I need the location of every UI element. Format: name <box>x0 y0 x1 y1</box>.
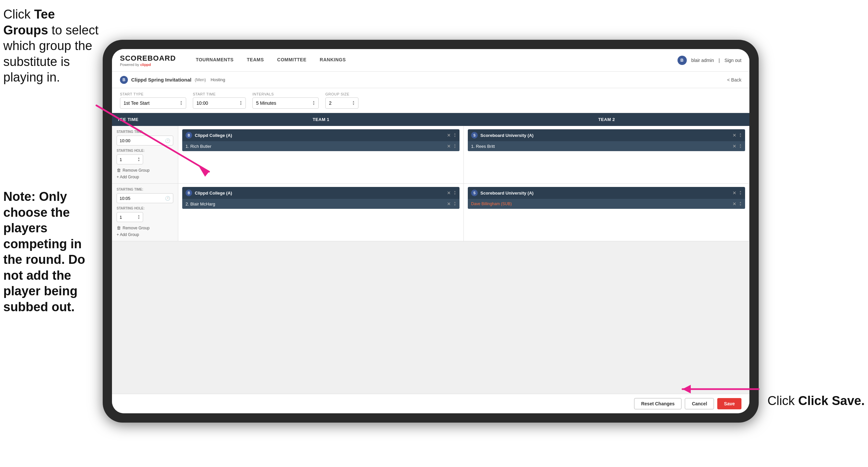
logo-powered: Powered by clippd <box>120 63 176 67</box>
team-name-2-1: Scoreboard University (A) <box>480 133 730 138</box>
logo-scoreboard: SCOREBOARD <box>120 54 176 63</box>
team1-cell-2: B Clippd College (A) ✕ ▲▼ 2. <box>178 184 464 241</box>
team-card-1-1[interactable]: B Clippd College (A) ✕ ▲▼ 1. <box>182 129 460 151</box>
add-group-btn-2[interactable]: + Add Group <box>117 232 173 237</box>
intervals-input[interactable]: 5 Minutes ▲▼ <box>252 97 319 109</box>
start-type-input[interactable]: 1st Tee Start ▲▼ <box>120 97 186 109</box>
breadcrumb-gender: (Men) <box>195 77 206 82</box>
nav-right: B blair admin | Sign out <box>678 56 742 65</box>
player-remove-x-1-2-1[interactable]: ✕ <box>447 201 451 206</box>
trash-icon-1: 🗑 <box>117 168 121 173</box>
player-card-2-1-1[interactable]: 1. Rees Britt ✕ ▲▼ <box>468 141 745 151</box>
starting-hole-label-1: STARTING HOLE: <box>117 149 173 152</box>
tee-time-cell-1: STARTING TIME: 10:00 🕐 STARTING HOLE: 1 … <box>112 126 178 183</box>
group-size-label: Group Size <box>326 92 359 96</box>
intervals-label: Intervals <box>252 92 319 96</box>
player-arrows-1-1-1[interactable]: ▲▼ <box>454 144 456 149</box>
start-type-value: 1st Tee Start <box>124 100 149 106</box>
tee-time-cell-2: STARTING TIME: 10:05 🕐 STARTING HOLE: 1 … <box>112 184 178 241</box>
team-remove-x-2-2[interactable]: ✕ <box>733 190 737 196</box>
start-time-input[interactable]: 10:00 ▲▼ <box>193 97 246 109</box>
team-card-actions-2-1: ✕ ▲▼ <box>733 133 742 138</box>
settings-row: Start Type 1st Tee Start ▲▼ Start Time 1… <box>112 88 749 113</box>
team-name-1-2: Clippd College (A) <box>195 191 444 196</box>
starting-hole-input-1[interactable]: 1 ▲▼ <box>117 154 143 165</box>
nav-teams[interactable]: TEAMS <box>240 49 271 71</box>
team-remove-x-2-1[interactable]: ✕ <box>733 133 737 138</box>
player-arrows-2-1-1[interactable]: ▲▼ <box>739 144 742 149</box>
nav-tournaments[interactable]: TOURNAMENTS <box>189 49 240 71</box>
starting-hole-input-2[interactable]: 1 ▲▼ <box>117 212 143 222</box>
starting-time-value-1: 10:00 <box>120 138 130 143</box>
start-time-stepper[interactable]: ▲▼ <box>240 100 242 106</box>
start-type-field: Start Type 1st Tee Start ▲▼ <box>120 92 186 109</box>
player-arrows-2-2-1[interactable]: ▲▼ <box>739 201 742 206</box>
hole-stepper-1[interactable]: ▲▼ <box>137 157 140 162</box>
team-card-header-1-1: B Clippd College (A) ✕ ▲▼ <box>182 129 460 141</box>
separator: | <box>719 58 720 63</box>
player-card-1-2-1[interactable]: 2. Blair McHarg ✕ ▲▼ <box>182 199 460 209</box>
add-group-btn-1[interactable]: + Add Group <box>117 175 173 179</box>
col-tee-time: Tee Time <box>112 113 178 126</box>
player-name-2-1-1: 1. Rees Britt <box>471 144 730 149</box>
team-remove-x-1-1[interactable]: ✕ <box>447 133 451 138</box>
team-badge-1-2: B <box>186 189 192 196</box>
nav-rankings[interactable]: RANKINGS <box>313 49 352 71</box>
save-button[interactable]: Save <box>717 398 741 409</box>
group-size-input[interactable]: 2 ▲▼ <box>326 97 359 109</box>
grid-area: STARTING TIME: 10:00 🕐 STARTING HOLE: 1 … <box>112 126 749 394</box>
team-remove-x-1-2[interactable]: ✕ <box>447 190 451 196</box>
starting-hole-label-2: STARTING HOLE: <box>117 206 173 210</box>
team-card-1-2[interactable]: B Clippd College (A) ✕ ▲▼ 2. <box>182 187 460 209</box>
remove-group-btn-2[interactable]: 🗑 Remove Group <box>117 225 173 230</box>
team-name-1-1: Clippd College (A) <box>195 133 444 138</box>
clock-icon-1: 🕐 <box>165 138 170 143</box>
remove-group-label-1: Remove Group <box>123 168 149 173</box>
start-time-value: 10:00 <box>196 100 208 106</box>
group-size-value: 2 <box>329 100 332 106</box>
col-team2: Team 2 <box>464 113 749 126</box>
player-card-2-2-1[interactable]: Dave Billingham (SUB) ✕ ▲▼ <box>468 199 745 209</box>
sign-out-link[interactable]: Sign out <box>724 58 741 63</box>
main-content: Start Type 1st Tee Start ▲▼ Start Time 1… <box>112 88 749 413</box>
player-remove-x-2-1-1[interactable]: ✕ <box>733 144 737 149</box>
team-card-header-2-1: S Scoreboard University (A) ✕ ▲▼ <box>468 129 745 141</box>
breadcrumb: B Clippd Spring Invitational (Men) Hosti… <box>120 76 225 84</box>
team-arrows-1-2[interactable]: ▲▼ <box>454 190 456 196</box>
start-time-label: Start Time <box>193 92 246 96</box>
tablet-screen: SCOREBOARD Powered by clippd TOURNAMENTS… <box>112 49 749 413</box>
hole-stepper-2[interactable]: ▲▼ <box>137 214 140 220</box>
player-card-1-1-1[interactable]: 1. Rich Butler ✕ ▲▼ <box>182 141 460 151</box>
column-headers: Tee Time Team 1 Team 2 <box>112 113 749 126</box>
tablet-frame: SCOREBOARD Powered by clippd TOURNAMENTS… <box>103 40 759 422</box>
team-card-2-1[interactable]: S Scoreboard University (A) ✕ ▲▼ <box>468 129 745 151</box>
intervals-value: 5 Minutes <box>256 100 276 106</box>
start-type-label: Start Type <box>120 92 186 96</box>
instruction-note: Note: Only choose the players competing … <box>3 189 101 315</box>
player-remove-x-2-2-1[interactable]: ✕ <box>733 201 737 206</box>
admin-avatar: B <box>678 56 687 65</box>
starting-time-label-1: STARTING TIME: <box>117 130 173 134</box>
cancel-button[interactable]: Cancel <box>685 398 714 409</box>
team-arrows-2-2[interactable]: ▲▼ <box>739 190 742 196</box>
nav-committee[interactable]: COMMITTEE <box>271 49 313 71</box>
group-size-stepper[interactable]: ▲▼ <box>352 100 355 106</box>
player-remove-x-1-1-1[interactable]: ✕ <box>447 144 451 149</box>
team2-cell-2: S Scoreboard University (A) ✕ ▲▼ <box>464 184 749 241</box>
team-card-actions-1-2: ✕ ▲▼ <box>447 190 456 196</box>
starting-time-input-1[interactable]: 10:00 🕐 <box>117 136 173 146</box>
starting-time-input-2[interactable]: 10:05 🕐 <box>117 193 173 203</box>
trash-icon-2: 🗑 <box>117 225 121 230</box>
remove-group-btn-1[interactable]: 🗑 Remove Group <box>117 168 173 173</box>
team-name-2-2: Scoreboard University (A) <box>480 191 730 196</box>
player-arrows-1-2-1[interactable]: ▲▼ <box>454 201 456 206</box>
breadcrumb-title: Clippd Spring Invitational <box>131 77 191 83</box>
team-arrows-2-1[interactable]: ▲▼ <box>739 133 742 138</box>
team-arrows-1-1[interactable]: ▲▼ <box>454 133 456 138</box>
back-button[interactable]: < Back <box>727 77 741 83</box>
clock-icon-2: 🕐 <box>165 196 170 201</box>
start-type-stepper[interactable]: ▲▼ <box>180 100 183 106</box>
intervals-stepper[interactable]: ▲▼ <box>312 100 315 106</box>
team-card-2-2[interactable]: S Scoreboard University (A) ✕ ▲▼ <box>468 187 745 209</box>
reset-changes-button[interactable]: Reset Changes <box>634 398 681 409</box>
